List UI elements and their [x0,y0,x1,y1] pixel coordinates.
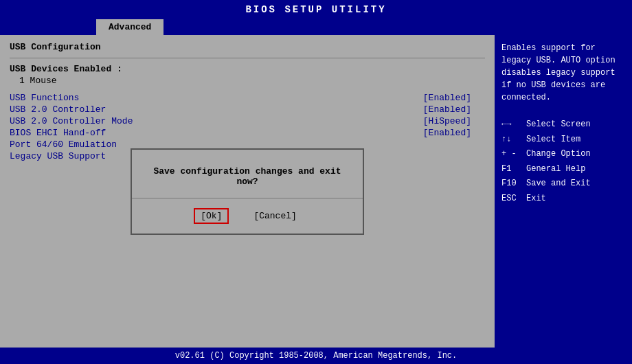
shortcut-desc-esc: Exit [526,192,546,207]
modal-overlay: Save configuration changes and exit now?… [0,35,495,348]
ok-button[interactable]: [Ok] [194,208,229,224]
shortcut-desc-general-help: General Help [526,162,585,177]
content-area: USB Configuration USB Devices Enabled : … [0,35,632,348]
title-bar: BIOS SETUP UTILITY [0,0,632,19]
shortcut-desc-select-screen: Select Screen [526,117,591,133]
shortcut-esc: ESC Exit [501,192,625,207]
shortcut-desc-save-exit: Save and Exit [526,177,591,192]
bios-title: BIOS SETUP UTILITY [245,4,386,15]
status-bar: v02.61 (C) Copyright 1985-2008, American… [0,348,632,364]
shortcuts: ←→ Select Screen ↑↓ Select Item + - Chan… [501,117,625,207]
shortcut-key-f10: F10 [501,177,522,192]
cancel-button[interactable]: [Cancel] [249,208,300,224]
shortcut-key-esc: ESC [501,192,522,207]
status-text: v02.61 (C) Copyright 1985-2008, American… [175,351,457,361]
modal-buttons: [Ok] [Cancel] [132,198,363,234]
help-text: Enables support for legacy USB. AUTO opt… [501,42,625,104]
shortcut-key-f1: F1 [501,162,522,177]
modal-message: Save configuration changes and exit now? [132,150,363,198]
tab-row: Advanced [0,19,632,35]
main-panel: USB Configuration USB Devices Enabled : … [0,35,495,348]
tab-advanced[interactable]: Advanced [96,19,163,35]
shortcut-key-ud: ↑↓ [501,133,522,148]
shortcut-select-item: ↑↓ Select Item [501,133,625,148]
modal-box: Save configuration changes and exit now?… [131,148,364,235]
screen: BIOS SETUP UTILITY Advanced USB Configur… [0,0,632,364]
shortcut-key-plusminus: + - [501,147,522,162]
shortcut-general-help: F1 General Help [501,162,625,177]
shortcut-desc-select-item: Select Item [526,133,580,148]
shortcut-change-option: + - Change Option [501,147,625,162]
shortcut-key-arrows: ←→ [501,117,522,133]
shortcut-desc-change-option: Change Option [526,147,591,162]
shortcut-select-screen: ←→ Select Screen [501,117,625,133]
help-panel: Enables support for legacy USB. AUTO opt… [495,35,632,348]
shortcut-save-exit: F10 Save and Exit [501,177,625,192]
